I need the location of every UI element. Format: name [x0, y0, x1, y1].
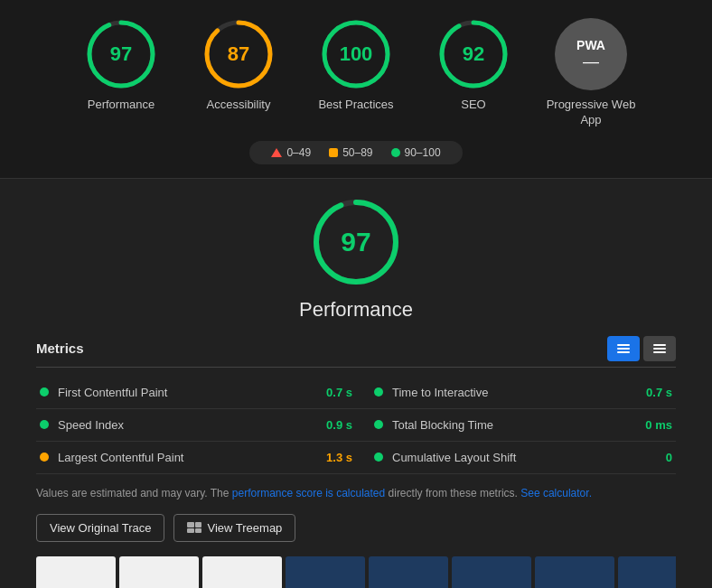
legend-fail-label: 0–49 — [286, 146, 311, 159]
metrics-header: Metrics — [36, 336, 676, 368]
perf-score-link[interactable]: performance score is calculated — [232, 487, 385, 499]
metric-tbt: Total Blocking Time 0 ms — [356, 409, 676, 442]
score-circle-best-practices: 100 — [320, 18, 392, 90]
tti-value: 0.7 s — [646, 386, 672, 399]
score-circle-performance: 97 — [85, 18, 157, 90]
score-circle-seo: 92 — [437, 18, 510, 90]
legend: 0–49 50–89 90–100 — [249, 141, 462, 164]
perf-section: 97 Performance Metrics — [0, 179, 712, 588]
thumb-1 — [36, 556, 116, 588]
legend-pass-label: 90–100 — [405, 146, 441, 159]
thumb-4 — [286, 556, 365, 588]
lcp-dot — [40, 453, 49, 462]
score-label-best-practices: Best Practices — [318, 98, 393, 113]
thumb-3 — [202, 556, 282, 588]
fcp-value: 0.7 s — [326, 386, 352, 399]
score-pwa[interactable]: PWA — Progressive Web App — [537, 18, 645, 128]
calculator-link[interactable]: See calculator. — [520, 487, 592, 499]
view-treemap-button[interactable]: View Treemap — [173, 514, 295, 542]
action-buttons: View Original Trace View Treemap — [36, 514, 676, 542]
perf-main-title: Performance — [299, 298, 413, 322]
score-performance[interactable]: 97 Performance — [67, 18, 175, 113]
cls-name: Cumulative Layout Shift — [392, 451, 666, 464]
metric-fcp: First Contentful Paint 0.7 s — [36, 377, 356, 409]
score-seo[interactable]: 92 SEO — [419, 18, 528, 113]
cls-value: 0 — [666, 451, 672, 464]
view-treemap-toggle-button[interactable] — [643, 336, 676, 361]
tbt-value: 0 ms — [645, 418, 672, 432]
pwa-circle: PWA — — [555, 18, 627, 90]
thumb-8 — [618, 556, 676, 588]
metrics-grid: First Contentful Paint 0.7 s Time to Int… — [36, 377, 676, 474]
score-label-accessibility: Accessibility — [207, 98, 271, 113]
view-trace-button[interactable]: View Original Trace — [36, 514, 164, 542]
si-dot — [40, 420, 49, 429]
metric-tti: Time to Interactive 0.7 s — [356, 377, 676, 409]
legend-pass: 90–100 — [391, 146, 441, 159]
si-value: 0.9 s — [326, 418, 352, 432]
score-circle-accessibility: 87 — [202, 18, 275, 90]
treemap-icon — [653, 344, 666, 353]
tti-name: Time to Interactive — [392, 386, 646, 399]
view-buttons — [607, 336, 676, 361]
trace-label: View Original Trace — [50, 521, 151, 535]
pass-icon — [391, 148, 400, 157]
view-list-button[interactable] — [607, 336, 640, 361]
tbt-dot — [374, 420, 383, 429]
score-value-accessibility: 87 — [228, 42, 249, 66]
score-value-performance: 97 — [110, 42, 132, 66]
tbt-name: Total Blocking Time — [392, 418, 645, 432]
fcp-name: First Contentful Paint — [58, 386, 326, 399]
legend-average: 50–89 — [329, 146, 372, 159]
score-label-performance: Performance — [88, 98, 155, 113]
score-best-practices[interactable]: 100 Best Practices — [302, 18, 410, 113]
treemap-btn-icon — [187, 522, 201, 533]
score-value-seo: 92 — [463, 42, 484, 66]
si-name: Speed Index — [58, 418, 326, 432]
pwa-dash: — — [583, 53, 599, 70]
legend-fail: 0–49 — [271, 146, 311, 159]
tti-dot — [374, 387, 383, 397]
metrics-note: Values are estimated and may vary. The p… — [36, 485, 676, 501]
average-icon — [329, 148, 338, 157]
thumb-6 — [452, 556, 531, 588]
scores-row: 97 Performance 87 Accessibility — [67, 18, 645, 128]
lcp-value: 1.3 s — [326, 451, 352, 464]
legend-average-label: 50–89 — [342, 146, 372, 159]
lcp-name: Largest Contentful Paint — [58, 451, 326, 464]
metrics-container: Metrics First Contentful Paint — [36, 336, 676, 556]
score-accessibility[interactable]: 87 Accessibility — [184, 18, 293, 113]
perf-main-circle: 97 — [311, 197, 401, 287]
metric-lcp: Largest Contentful Paint 1.3 s — [36, 442, 356, 474]
pwa-text: PWA — [576, 39, 605, 51]
list-icon — [617, 344, 630, 353]
thumb-5 — [369, 556, 448, 588]
metric-cls: Cumulative Layout Shift 0 — [356, 442, 676, 474]
fail-icon — [271, 148, 282, 157]
thumb-7 — [535, 556, 614, 588]
score-value-best-practices: 100 — [340, 42, 373, 66]
cls-dot — [374, 453, 383, 462]
treemap-label: View Treemap — [207, 521, 282, 535]
score-label-seo: SEO — [461, 98, 485, 113]
thumbnail-strip — [36, 556, 676, 588]
scores-section: 97 Performance 87 Accessibility — [0, 0, 712, 178]
metric-si: Speed Index 0.9 s — [36, 409, 356, 442]
score-label-pwa: Progressive Web App — [537, 98, 645, 128]
metrics-title: Metrics — [36, 341, 84, 356]
fcp-dot — [40, 387, 49, 397]
perf-main-value: 97 — [341, 227, 370, 257]
thumb-2 — [119, 556, 199, 588]
